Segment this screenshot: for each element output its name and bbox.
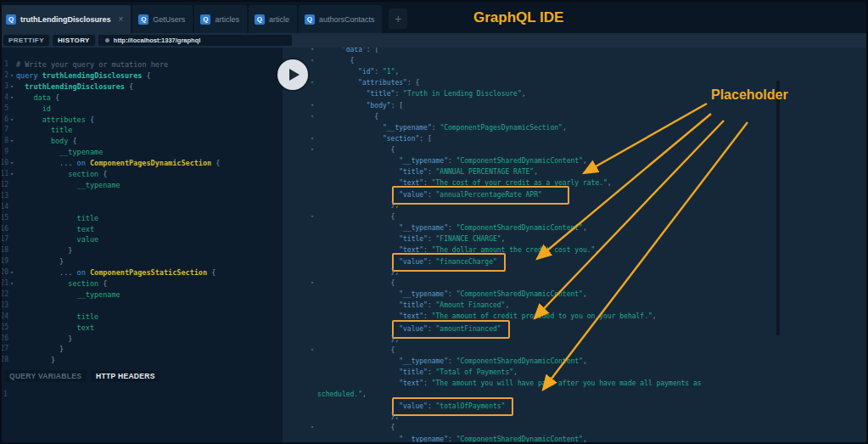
response-line: "data": [ xyxy=(342,48,378,55)
response-line: "attributes": { xyxy=(358,77,419,88)
line-number: 19 xyxy=(0,256,8,267)
tab-GetUsers[interactable]: QGetUsers xyxy=(132,5,193,33)
line-number: 7 xyxy=(0,125,8,136)
line-number: 5 xyxy=(0,104,8,115)
line-number: 16 xyxy=(0,224,8,235)
fold-toggle-icon[interactable]: ▾ xyxy=(311,100,314,111)
line-number: 8 xyxy=(0,136,8,147)
response-line: { xyxy=(350,55,354,66)
response-line: "value": "financeCharge" xyxy=(399,256,506,272)
line-number: 20 xyxy=(0,267,8,278)
query-line: truthLendingDisclosures { xyxy=(25,81,133,93)
query-line: text xyxy=(77,224,94,235)
fold-toggle-icon[interactable]: ▾ xyxy=(10,81,14,93)
fold-toggle-icon[interactable]: ▾ xyxy=(10,93,14,104)
query-line: ... on ComponentPagesDynamicSection { xyxy=(59,158,220,169)
line-number: 11 xyxy=(0,169,8,180)
query-line: id xyxy=(42,104,51,115)
query-line: } xyxy=(68,245,72,256)
line-number: 21 xyxy=(0,278,8,289)
execute-query-button[interactable] xyxy=(277,59,308,90)
response-line: { xyxy=(391,278,395,289)
response-line: }, xyxy=(391,334,400,345)
fold-toggle-icon[interactable]: ▾ xyxy=(10,70,14,81)
query-badge-icon: Q xyxy=(255,14,265,25)
toolbar: PRETTIFY HISTORY http://localhost:1337/g… xyxy=(0,33,868,48)
value-highlight-box: "value": "financeCharge" xyxy=(392,253,506,272)
response-line: "body": [ xyxy=(367,100,403,111)
fold-toggle-icon[interactable]: ▾ xyxy=(311,77,314,88)
response-line: { xyxy=(391,211,395,222)
fold-toggle-icon[interactable]: ▾ xyxy=(311,55,314,66)
query-editor-pane[interactable]: 1# Write your query or mutation here2▾qu… xyxy=(0,48,283,442)
query-line: title xyxy=(77,213,99,224)
fold-toggle-icon[interactable]: ▾ xyxy=(311,278,314,289)
response-line: "value": "amountFinanced" xyxy=(399,323,509,339)
tab-article[interactable]: Qarticle xyxy=(249,5,297,33)
fold-toggle-icon[interactable]: ▾ xyxy=(311,133,314,144)
endpoint-status-dot-icon xyxy=(105,38,109,42)
fold-toggle-icon[interactable]: ▾ xyxy=(311,211,314,222)
fold-toggle-icon[interactable]: ▾ xyxy=(10,278,14,289)
query-line: } xyxy=(68,334,72,345)
tab-label: authorsContacts xyxy=(319,15,375,24)
tab-label: truthLendingDisclosures xyxy=(20,15,111,24)
response-line: { xyxy=(391,144,395,155)
value-highlight-box: "value": "annualPercentageRate APR" xyxy=(392,186,569,205)
line-number: 1 xyxy=(0,59,8,70)
line-number: 22 xyxy=(0,289,8,301)
response-line: "value": "totalOfPayments" xyxy=(399,400,513,416)
tab-query-variables[interactable]: QUERY VARIABLES xyxy=(4,370,87,382)
query-line: title xyxy=(77,312,99,323)
endpoint-url: http://localhost:1337/graphql xyxy=(114,37,201,44)
line-number: 25 xyxy=(0,323,8,334)
fold-toggle-icon[interactable]: ▾ xyxy=(10,136,14,147)
response-scrollbar[interactable] xyxy=(776,81,780,335)
response-line: "__typename": "ComponentSharedDynamicCon… xyxy=(399,289,587,300)
fold-toggle-icon[interactable]: ▾ xyxy=(311,422,314,433)
query-badge-icon: Q xyxy=(200,14,210,25)
fold-toggle-icon[interactable]: ▾ xyxy=(10,115,14,126)
query-editor-code[interactable]: 1# Write your query or mutation here2▾qu… xyxy=(0,48,283,368)
line-number: 13 xyxy=(0,191,8,202)
fold-toggle-icon[interactable]: ▾ xyxy=(10,158,14,169)
endpoint-url-bar[interactable]: http://localhost:1337/graphql xyxy=(98,35,292,46)
tab-label: articles xyxy=(215,15,239,24)
query-line: section { xyxy=(68,169,107,180)
fold-toggle-icon[interactable]: ▾ xyxy=(10,267,14,278)
response-line: "section": [ xyxy=(383,133,432,144)
query-line: __typename xyxy=(77,289,120,301)
query-line: text xyxy=(77,323,94,334)
response-line: "title": "FINANCE CHARGE", xyxy=(399,233,505,244)
fold-toggle-icon[interactable]: ▾ xyxy=(311,111,314,122)
response-line: "__typename": "ComponentSharedDynamicCon… xyxy=(399,155,587,166)
response-line: "title": "ANNUAL PERCENTAGE RATE", xyxy=(399,166,538,177)
tab-close-icon[interactable]: × xyxy=(119,14,124,24)
tab-truthLendingDisclosures[interactable]: QtruthLendingDisclosures× xyxy=(0,5,131,33)
fold-toggle-icon[interactable]: ▾ xyxy=(311,48,314,55)
query-line: __typename xyxy=(77,180,120,191)
response-line: "id": "1", xyxy=(358,66,399,77)
tab-articles[interactable]: Qarticles xyxy=(194,5,247,33)
history-button[interactable]: HISTORY xyxy=(53,35,95,46)
tab-http-headers[interactable]: HTTP HEADERS xyxy=(91,370,160,382)
line-number: 9 xyxy=(0,147,8,158)
fold-toggle-icon[interactable]: ▾ xyxy=(311,345,314,356)
query-line: title xyxy=(51,125,73,136)
response-line: { xyxy=(391,422,395,433)
fold-toggle-icon[interactable]: ▾ xyxy=(10,169,14,180)
tab-authorsContacts[interactable]: QauthorsContacts xyxy=(299,5,383,33)
fold-toggle-icon[interactable]: ▾ xyxy=(311,144,314,155)
placeholder-annotation: Placeholder xyxy=(711,87,788,103)
value-highlight-box: "value": "totalOfPayments" xyxy=(392,397,513,416)
line-number: 10 xyxy=(0,158,8,169)
line-number: 23 xyxy=(0,301,8,312)
prettify-button[interactable]: PRETTIFY xyxy=(3,35,49,46)
variables-line-number: 1 xyxy=(3,391,8,398)
new-tab-button[interactable]: + xyxy=(389,8,407,29)
tab-bar: QtruthLendingDisclosures×QGetUsersQartic… xyxy=(0,0,868,33)
line-number: 17 xyxy=(0,234,8,245)
response-line: "title": "Amount Financed", xyxy=(399,300,509,311)
response-line: }, xyxy=(391,411,400,422)
query-line: section { xyxy=(68,278,107,289)
